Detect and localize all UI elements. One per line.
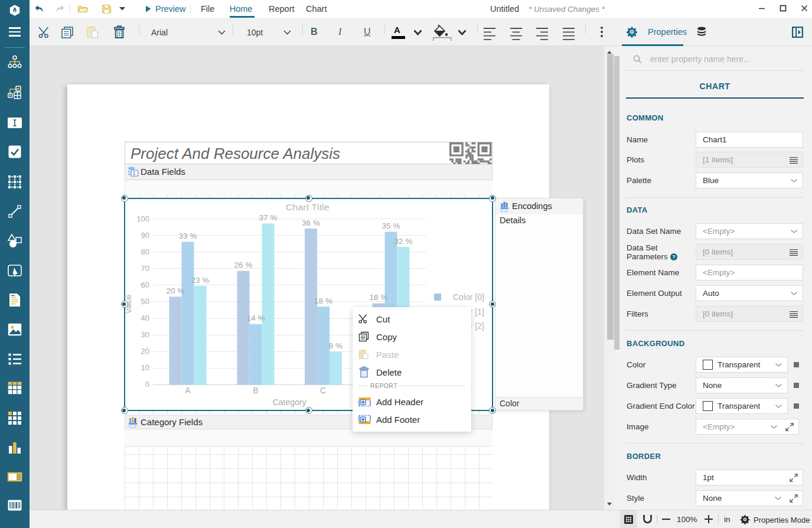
svg-text:?: ? — [672, 254, 676, 260]
